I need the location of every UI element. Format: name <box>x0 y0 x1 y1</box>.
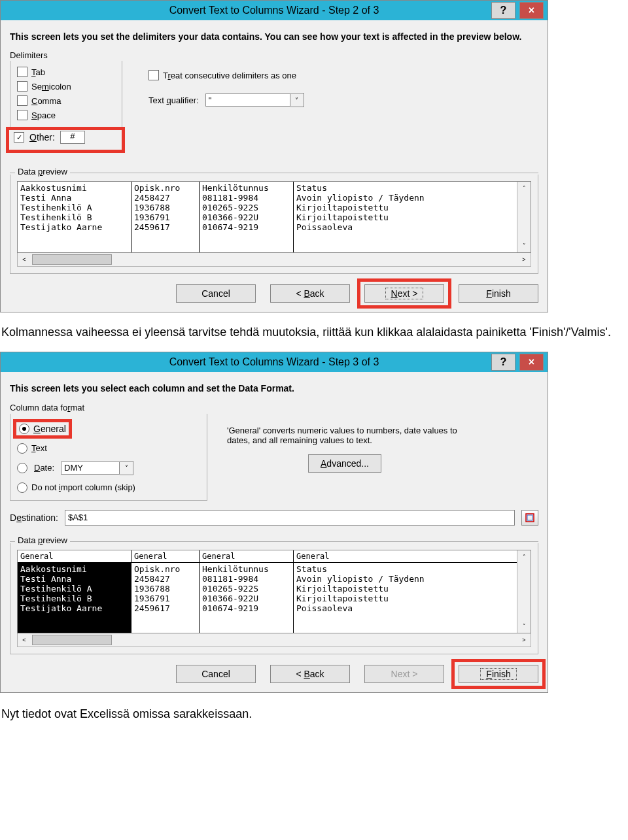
wizard-step2-dialog: Convert Text to Columns Wizard - Step 2 … <box>0 0 548 312</box>
advanced-button[interactable]: Advanced... <box>308 454 381 473</box>
other-label: Other: <box>29 132 55 143</box>
preview-vscrollbar[interactable]: ˄ ˅ <box>517 550 531 633</box>
semicolon-label: Semicolon <box>31 82 71 92</box>
titlebar: Convert Text to Columns Wizard - Step 2 … <box>1 1 548 20</box>
general-hint: 'General' converts numeric values to num… <box>227 426 462 445</box>
scroll-up-icon[interactable]: ˄ <box>517 550 531 563</box>
data-preview-panel: AakkostusnimiTesti AnnaTestihenkilö ATes… <box>10 175 538 274</box>
treat-consecutive-label: Treat consecutive delimiters as one <box>163 71 296 80</box>
finish-button[interactable]: Finish <box>459 284 538 303</box>
general-label: General <box>33 424 66 434</box>
scroll-right-icon[interactable]: > <box>517 633 531 647</box>
back-button[interactable]: < Back <box>270 665 350 683</box>
date-label: Date: <box>34 463 54 473</box>
cancel-button[interactable]: Cancel <box>176 284 256 303</box>
preview-label: Data preview <box>15 535 70 545</box>
delimiters-panel: Tab Semicolon Comma Space <box>10 61 122 128</box>
skip-radio[interactable] <box>17 482 27 493</box>
tab-label: Tab <box>31 67 45 77</box>
preview-table: General General General General Aakkostu… <box>17 550 531 633</box>
date-format-input[interactable] <box>61 462 120 475</box>
svg-rect-1 <box>527 515 532 520</box>
titlebar: Convert Text to Columns Wizard - Step 3 … <box>1 352 548 372</box>
scroll-up-icon[interactable]: ˄ <box>517 182 531 195</box>
tab-checkbox[interactable] <box>17 67 27 77</box>
space-checkbox[interactable] <box>17 110 27 120</box>
help-button[interactable]: ? <box>491 2 515 19</box>
body-text-1: Kolmannessa vaiheessa ei yleensä tarvits… <box>1 324 624 340</box>
body-text-2: Nyt tiedot ovat Excelissä omissa sarakke… <box>1 706 624 722</box>
close-button[interactable]: × <box>519 2 544 19</box>
qualifier-dropdown-icon[interactable]: ˅ <box>290 93 304 107</box>
data-preview-panel: General General General General Aakkostu… <box>10 543 538 654</box>
scroll-left-icon[interactable]: < <box>18 633 31 647</box>
scroll-left-icon[interactable]: < <box>18 253 31 266</box>
space-label: Space <box>31 110 56 120</box>
scroll-thumb[interactable] <box>32 635 112 645</box>
text-label: Text <box>31 443 47 453</box>
qualifier-input[interactable] <box>205 93 290 107</box>
next-button: Next > <box>364 665 444 683</box>
dialog-title: Convert Text to Columns Wizard - Step 3 … <box>169 356 379 368</box>
preview-vscrollbar[interactable]: ˄ ˅ <box>517 182 531 252</box>
help-button[interactable]: ? <box>491 354 515 371</box>
text-radio[interactable] <box>17 443 27 454</box>
skip-label: Do not import column (skip) <box>31 482 135 492</box>
close-button[interactable]: × <box>519 354 544 371</box>
scroll-thumb[interactable] <box>32 254 112 265</box>
treat-consecutive-checkbox[interactable] <box>148 70 159 80</box>
finish-button[interactable]: Finish <box>459 665 538 683</box>
next-button[interactable]: Next > <box>364 284 444 303</box>
scroll-down-icon[interactable]: ˅ <box>517 239 531 252</box>
comma-label: Comma <box>31 96 61 106</box>
destination-label: Destination: <box>10 512 58 523</box>
date-dropdown-icon[interactable]: ˅ <box>120 461 133 475</box>
other-checkbox[interactable]: ✓ <box>14 132 24 143</box>
preview-hscrollbar[interactable]: < > <box>17 252 531 267</box>
preview-label: Data preview <box>15 167 70 176</box>
semicolon-checkbox[interactable] <box>17 81 27 92</box>
dialog-title: Convert Text to Columns Wizard - Step 2 … <box>169 5 379 16</box>
scroll-right-icon[interactable]: > <box>517 253 531 266</box>
cdf-group-label: Column data format <box>10 403 538 412</box>
other-input[interactable]: # <box>60 131 85 144</box>
delimiters-group-label: Delimiters <box>10 50 538 60</box>
date-radio[interactable] <box>17 463 27 473</box>
general-radio[interactable] <box>19 424 29 434</box>
qualifier-label: Text qualifier: <box>148 95 199 105</box>
column-data-format-panel: General Text Date: ˅ Do not import colum… <box>10 414 207 501</box>
instruction-text: This screen lets you set the delimiters … <box>10 31 538 42</box>
wizard-step3-dialog: Convert Text to Columns Wizard - Step 3 … <box>0 352 548 692</box>
comma-checkbox[interactable] <box>17 95 27 106</box>
cancel-button[interactable]: Cancel <box>176 665 256 683</box>
destination-input[interactable] <box>65 510 515 526</box>
instruction-text: This screen lets you select each column … <box>10 382 538 394</box>
preview-table: AakkostusnimiTesti AnnaTestihenkilö ATes… <box>17 181 531 253</box>
preview-hscrollbar[interactable]: < > <box>17 633 531 647</box>
back-button[interactable]: < Back <box>270 284 350 303</box>
scroll-down-icon[interactable]: ˅ <box>517 620 531 633</box>
range-picker-icon[interactable] <box>521 510 538 526</box>
